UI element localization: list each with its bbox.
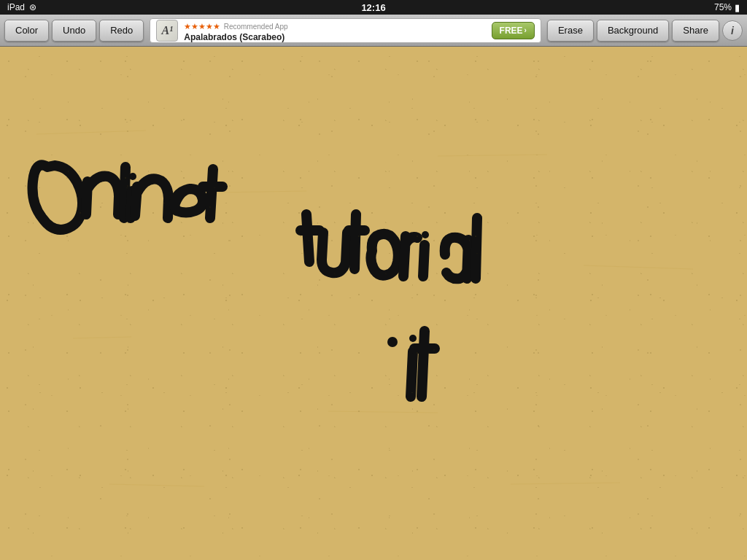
drawing-canvas[interactable] (0, 47, 747, 560)
battery-label: 75% (714, 2, 732, 12)
color-button[interactable]: Color (4, 20, 49, 42)
toolbar: Color Undo Redo A¹ ★★★★★ Recommended App… (0, 15, 747, 47)
device-label: iPad (7, 2, 25, 12)
info-button[interactable]: i (722, 20, 743, 41)
erase-button[interactable]: Erase (547, 20, 594, 42)
wifi-icon: ⊛ (29, 2, 36, 12)
ad-app-icon: A¹ (156, 20, 178, 42)
background-button[interactable]: Background (597, 20, 669, 42)
ad-recommended: Recommended App (224, 23, 288, 31)
undo-button[interactable]: Undo (52, 20, 96, 42)
svg-point-12 (387, 337, 398, 347)
redo-button[interactable]: Redo (99, 20, 144, 42)
ad-content: ★★★★★ Recommended App Apalabrados (Scara… (184, 19, 485, 42)
handwriting-svg (0, 47, 747, 560)
battery-icon: ▮ (735, 2, 740, 13)
clock: 12:16 (361, 2, 385, 13)
ad-stars: ★★★★★ (184, 22, 220, 31)
svg-point-10 (129, 173, 136, 180)
svg-point-13 (409, 335, 417, 342)
svg-point-11 (422, 231, 429, 238)
svg-rect-0 (0, 47, 747, 560)
share-button[interactable]: Share (672, 20, 719, 42)
status-bar: iPad ⊛ 12:16 75% ▮ (0, 0, 747, 15)
ad-free-button[interactable]: FREE › (492, 22, 535, 39)
ad-banner[interactable]: A¹ ★★★★★ Recommended App Apalabrados (Sc… (150, 18, 541, 43)
ad-title: Apalabrados (Scarabeo) (184, 32, 485, 42)
